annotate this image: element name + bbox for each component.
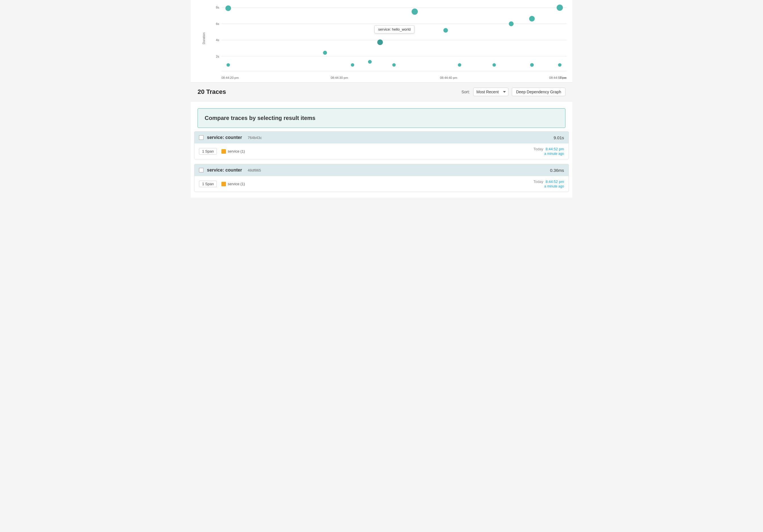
y-axis-label: Duration [202, 32, 205, 44]
trace-body-right-2: Today 8:44:52 pm a minute ago [533, 180, 564, 188]
dot-5 [368, 60, 372, 63]
trace-duration-1: 9.01s [554, 135, 564, 140]
service-tag-2: service (1) [221, 182, 245, 186]
dot-4 [351, 63, 354, 67]
dot-10 [509, 22, 514, 26]
trace-item-1-header: service: counter 764b43c 9.01s [194, 132, 569, 143]
trace-body-right-1: Today 8:44:52 pm a minute ago [533, 147, 564, 156]
service-tag-icon-1 [221, 149, 226, 154]
service-tag-label-1: service (1) [228, 149, 245, 153]
x-axis: 08:44:20 pm 08:44:30 pm 08:44:40 pm 08:4… [221, 76, 567, 79]
scatter-tooltip: service: hello_world [375, 25, 414, 34]
trace-item-2-body: 1 Span service (1) Today 8:44:52 pm a mi… [194, 176, 569, 192]
trace-date-1: Today 8:44:52 pm [533, 147, 564, 151]
service-tag-icon-2 [221, 182, 226, 186]
traces-header: 20 Traces Sort: Most Recent Longest Firs… [191, 82, 572, 102]
y-tick-0 [211, 71, 567, 71]
trace-list: service: counter 764b43c 9.01s 1 Span se… [191, 131, 572, 198]
trace-relative-1: a minute ago [533, 152, 564, 156]
deep-dependency-graph-button[interactable]: Deep Dependency Graph [512, 88, 566, 96]
dot-hovered[interactable] [377, 40, 383, 45]
dot-12 [530, 63, 534, 67]
x-axis-label: Time [560, 76, 567, 79]
trace-item-2: service: counter 48df865 0.36ms 1 Span s… [194, 164, 569, 192]
dot-2 [227, 63, 230, 67]
span-badge-2: 1 Span [199, 181, 217, 187]
sort-select[interactable]: Most Recent Longest First Shortest First… [473, 88, 508, 96]
dot-1 [225, 5, 231, 11]
trace-time-1: 8:44:52 pm [546, 147, 564, 151]
span-badge-1: 1 Span [199, 148, 217, 154]
trace-date-label-2: Today [533, 180, 543, 184]
dot-center-big [412, 9, 418, 15]
compare-text: Compare traces by selecting result items [205, 115, 315, 121]
trace-time-2: 8:44:52 pm [546, 180, 564, 184]
trace-item-1-header-left: service: counter 764b43c [199, 135, 262, 140]
page-wrapper: Duration 8s 6s 4s 2s [191, 0, 572, 198]
traces-count: 20 Traces [197, 88, 226, 96]
trace-body-left-1: 1 Span service (1) [199, 148, 245, 154]
chart-area: Duration 8s 6s 4s 2s [211, 6, 567, 79]
dot-6 [392, 63, 396, 67]
trace-service-name-2: service: counter [207, 168, 242, 173]
trace-duration-2: 0.36ms [550, 168, 564, 173]
trace-body-left-2: 1 Span service (1) [199, 181, 245, 187]
trace-item-1-body: 1 Span service (1) Today 8:44:52 pm a mi… [194, 143, 569, 159]
trace-relative-2: a minute ago [533, 184, 564, 188]
trace-checkbox-1[interactable] [199, 135, 203, 140]
compare-banner: Compare traces by selecting result items [197, 108, 566, 128]
trace-checkbox-2[interactable] [199, 168, 203, 172]
compare-banner-wrapper: Compare traces by selecting result items [191, 102, 572, 128]
sort-label: Sort: [462, 90, 470, 94]
x-tick-1: 08:44:20 pm [221, 76, 239, 79]
trace-id-2: 48df865 [248, 168, 261, 172]
dot-top-right [557, 5, 563, 11]
trace-item-1: service: counter 764b43c 9.01s 1 Span se… [194, 131, 569, 159]
dot-8 [458, 63, 461, 67]
dot-7 [443, 28, 448, 33]
traces-controls: Sort: Most Recent Longest First Shortest… [462, 88, 566, 96]
x-tick-3: 08:44:40 pm [440, 76, 457, 79]
trace-date-2: Today 8:44:52 pm [533, 180, 564, 184]
chart-section: Duration 8s 6s 4s 2s [191, 0, 572, 82]
trace-item-2-header-left: service: counter 48df865 [199, 168, 261, 173]
dot-bottom-right [558, 63, 562, 67]
trace-id-1: 764b43c [248, 135, 262, 140]
x-tick-2: 08:44:30 pm [331, 76, 348, 79]
service-tag-1: service (1) [221, 149, 245, 154]
service-tag-label-2: service (1) [228, 182, 245, 186]
trace-service-name-1: service: counter [207, 135, 242, 140]
dot-3 [323, 51, 327, 55]
trace-item-2-header: service: counter 48df865 0.36ms [194, 164, 569, 176]
scatter-dots: service: hello_world [221, 6, 567, 71]
dot-9 [492, 63, 496, 67]
dot-11 [529, 16, 535, 22]
trace-date-label-1: Today [533, 147, 543, 151]
